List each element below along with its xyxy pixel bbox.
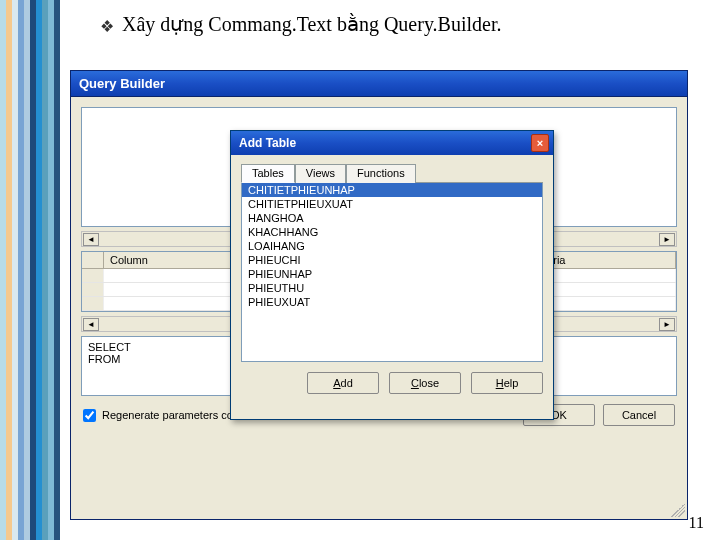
decorative-stripes xyxy=(0,0,60,540)
query-builder-title: Query Builder xyxy=(79,76,165,91)
tab-tables[interactable]: Tables xyxy=(241,164,295,183)
resize-grip-icon[interactable] xyxy=(671,503,685,517)
close-button[interactable]: Close xyxy=(389,372,461,394)
slide-title: ❖Xây dựng Commang.Text bằng Query.Builde… xyxy=(100,12,501,36)
close-icon[interactable]: × xyxy=(531,134,549,152)
help-button[interactable]: Help xyxy=(471,372,543,394)
regenerate-checkbox-input[interactable] xyxy=(83,409,96,422)
list-item[interactable]: PHIEUCHI xyxy=(242,253,542,267)
scroll-right-icon[interactable]: ► xyxy=(659,233,675,246)
add-table-titlebar[interactable]: Add Table × xyxy=(231,131,553,155)
add-table-title: Add Table xyxy=(239,136,296,150)
scroll-left-icon[interactable]: ◄ xyxy=(83,318,99,331)
add-table-dialog: Add Table × Tables Views Functions CHITI… xyxy=(230,130,554,420)
tab-views[interactable]: Views xyxy=(295,164,346,183)
list-item[interactable]: PHIEUNHAP xyxy=(242,267,542,281)
tables-listbox[interactable]: CHITIETPHIEUNHAP CHITIETPHIEUXUAT HANGHO… xyxy=(241,182,543,362)
list-item[interactable]: KHACHHANG xyxy=(242,225,542,239)
page-number: 11 xyxy=(689,514,704,532)
list-item[interactable]: HANGHOA xyxy=(242,211,542,225)
scroll-right-icon[interactable]: ► xyxy=(659,318,675,331)
list-item[interactable]: CHITIETPHIEUNHAP xyxy=(242,183,542,197)
add-table-tabstrip: Tables Views Functions xyxy=(241,163,543,183)
list-item[interactable]: PHIEUTHU xyxy=(242,281,542,295)
scroll-left-icon[interactable]: ◄ xyxy=(83,233,99,246)
query-builder-titlebar[interactable]: Query Builder xyxy=(71,71,687,97)
cancel-button[interactable]: Cancel xyxy=(603,404,675,426)
tab-functions[interactable]: Functions xyxy=(346,164,416,183)
add-button[interactable]: Add xyxy=(307,372,379,394)
list-item[interactable]: LOAIHANG xyxy=(242,239,542,253)
list-item[interactable]: PHIEUXUAT xyxy=(242,295,542,309)
list-item[interactable]: CHITIETPHIEUXUAT xyxy=(242,197,542,211)
